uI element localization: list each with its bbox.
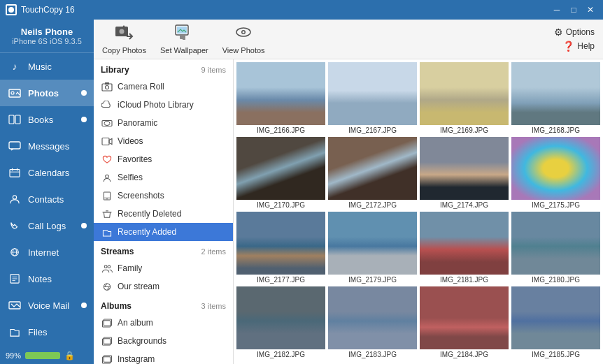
view-photos-button[interactable]: View Photos (222, 24, 265, 54)
mid-item-label: Recently Added (118, 227, 176, 237)
album-icon (101, 316, 113, 329)
mid-item-our-stream[interactable]: Our stream (94, 277, 233, 296)
sidebar-item-label: Messages (28, 141, 87, 152)
copy-photos-button[interactable]: Copy Photos (102, 24, 146, 54)
voicemail-icon (7, 298, 22, 313)
view-photos-label: View Photos (222, 46, 265, 54)
sidebar-item-internet[interactable]: Internet (0, 239, 94, 265)
sidebar-item-label: Photos (28, 88, 78, 99)
svg-rect-4 (9, 115, 14, 124)
files-icon (7, 324, 22, 340)
sidebar-item-music[interactable]: ♪ Music (0, 53, 94, 80)
mid-item-favorites[interactable]: Favorites (94, 150, 233, 168)
sidebar-item-label: Internet (28, 247, 87, 258)
set-wallpaper-button[interactable]: Set Wallpaper (160, 24, 208, 54)
content-area: Copy Photos Set Wallpaper View Photos ⚙ … (94, 20, 603, 364)
sidebar-item-calendars[interactable]: Calendars (0, 159, 94, 186)
photos-icon (7, 85, 22, 101)
photo-cell[interactable]: IMG_2183.JPG (328, 286, 417, 358)
camera-roll-icon (101, 80, 113, 93)
mid-item-recently-deleted[interactable]: Recently Deleted (94, 205, 233, 223)
mid-item-recently-added[interactable]: Recently Added (94, 223, 233, 241)
mid-item-label: Screenshots (118, 191, 164, 201)
sidebar-item-voicemail[interactable]: Voice Mail (0, 292, 94, 319)
svg-point-3 (11, 92, 14, 94)
sidebar-item-messages[interactable]: Messages (0, 133, 94, 159)
mid-item-label: An album (118, 318, 153, 328)
sidebar-item-label: Call Logs (28, 221, 78, 231)
options-button[interactable]: ⚙ Options (554, 27, 595, 38)
mid-item-instagram[interactable]: Instagram (94, 350, 233, 364)
mid-item-label: Family (118, 263, 142, 273)
sidebar-item-notes[interactable]: Notes (0, 265, 94, 292)
sidebar-item-books[interactable]: Books (0, 106, 94, 133)
sidebar: Neils Phone iPhone 6S iOS 9.3.5 ♪ Music … (0, 20, 94, 364)
mid-item-icloud[interactable]: iCloud Photo Library (94, 96, 233, 114)
photo-cell[interactable]: IMG_2169.JPG (420, 62, 509, 134)
mid-item-selfies[interactable]: Selfies (94, 168, 233, 187)
sidebar-item-photos[interactable]: Photos (0, 80, 94, 106)
middle-and-right: Library 9 items Camera Roll iCloud Photo… (94, 59, 603, 364)
sidebar-item-files[interactable]: Files (0, 319, 94, 345)
albums-count: 3 items (201, 302, 226, 310)
help-button[interactable]: ❓ Help (562, 41, 595, 52)
photo-cell[interactable]: IMG_2170.JPG (236, 137, 325, 209)
photo-cell[interactable]: IMG_2175.JPG (511, 137, 600, 209)
title-bar: TouchCopy 16 ─ □ ✕ (0, 0, 603, 20)
mid-item-videos[interactable]: Videos (94, 132, 233, 150)
nav-dot (81, 117, 87, 122)
photo-cell[interactable]: IMG_2179.JPG (328, 212, 417, 284)
mid-item-family[interactable]: Family (94, 259, 233, 277)
backgrounds-icon (101, 335, 113, 347)
photo-cell[interactable]: IMG_2168.JPG (511, 62, 600, 134)
mid-item-label: Recently Deleted (118, 209, 181, 219)
photo-cell[interactable]: IMG_2184.JPG (420, 286, 509, 358)
photo-name: IMG_2181.JPG (440, 276, 488, 284)
photo-name: IMG_2179.JPG (348, 276, 397, 284)
calendars-icon (7, 165, 22, 180)
minimize-button[interactable]: ─ (550, 3, 564, 17)
mid-item-label: Instagram (118, 354, 155, 364)
library-count: 9 items (201, 66, 226, 74)
notes-icon (7, 271, 22, 286)
svg-point-34 (104, 121, 110, 125)
sidebar-item-contacts[interactable]: Contacts (0, 186, 94, 212)
nav-dot (81, 223, 87, 228)
mid-item-label: Backgrounds (118, 336, 166, 346)
photo-cell[interactable]: IMG_2174.JPG (420, 137, 509, 209)
favorites-icon (101, 153, 113, 166)
svg-point-36 (106, 175, 109, 178)
mid-item-screenshots[interactable]: Screenshots (94, 187, 233, 205)
photo-name: IMG_2169.JPG (440, 126, 488, 134)
photo-name: IMG_2168.JPG (532, 126, 580, 134)
photo-name: IMG_2175.JPG (532, 201, 580, 209)
mid-item-label: Videos (118, 136, 143, 146)
gear-icon: ⚙ (554, 27, 563, 38)
books-icon (7, 112, 22, 127)
internet-icon (7, 245, 22, 260)
photo-cell[interactable]: IMG_2166.JPG (236, 62, 325, 134)
photo-cell[interactable]: IMG_2185.JPG (511, 286, 600, 358)
photo-cell[interactable]: IMG_2167.JPG (328, 62, 417, 134)
family-icon (101, 262, 113, 275)
svg-point-42 (108, 265, 111, 268)
mid-item-backgrounds[interactable]: Backgrounds (94, 332, 233, 350)
mid-item-an-album[interactable]: An album (94, 314, 233, 332)
mid-panel: Library 9 items Camera Roll iCloud Photo… (94, 59, 234, 364)
photo-cell[interactable]: IMG_2181.JPG (420, 212, 509, 284)
sidebar-item-calllogs[interactable]: Call Logs (0, 212, 94, 239)
sidebar-item-label: Calendars (28, 168, 87, 178)
photo-name: IMG_2180.JPG (532, 276, 580, 284)
svg-rect-35 (102, 138, 109, 145)
photo-cell[interactable]: IMG_2177.JPG (236, 212, 325, 284)
maximize-button[interactable]: □ (567, 3, 581, 17)
photo-cell[interactable]: IMG_2172.JPG (328, 137, 417, 209)
nav-dot (81, 90, 87, 96)
mid-item-panoramic[interactable]: Panoramic (94, 114, 233, 132)
photo-cell[interactable]: IMG_2182.JPG (236, 286, 325, 358)
close-button[interactable]: ✕ (583, 3, 597, 17)
svg-point-41 (104, 265, 107, 268)
photo-cell[interactable]: IMG_2180.JPG (511, 212, 600, 284)
mid-item-camera-roll[interactable]: Camera Roll (94, 78, 233, 96)
photo-name: IMG_2170.JPG (257, 201, 305, 209)
